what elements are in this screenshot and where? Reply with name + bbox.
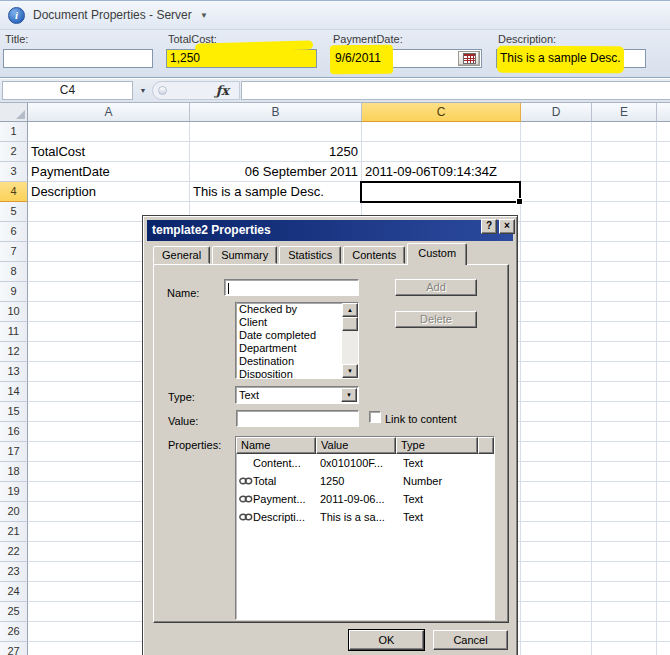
cell-E26[interactable] [592, 622, 657, 642]
row-header-11[interactable]: 11 [0, 322, 28, 342]
properties-table[interactable]: NameValueType Content...0x010100F...Text… [235, 436, 495, 620]
cell-D2[interactable] [521, 142, 592, 162]
row-header-13[interactable]: 13 [0, 362, 28, 382]
cell-F3[interactable] [657, 162, 670, 182]
scroll-down-icon[interactable]: ▼ [342, 364, 358, 378]
cell-E19[interactable] [592, 482, 657, 502]
cell-A3[interactable]: PaymentDate [28, 162, 190, 182]
cell-F26[interactable] [657, 622, 670, 642]
list-item[interactable]: Department [236, 342, 358, 355]
cell-E20[interactable] [592, 502, 657, 522]
row-header-17[interactable]: 17 [0, 442, 28, 462]
cell-E13[interactable] [592, 362, 657, 382]
cell-D15[interactable] [521, 402, 592, 422]
row-header-15[interactable]: 15 [0, 402, 28, 422]
column-header-D[interactable]: D [521, 103, 592, 122]
cell-D16[interactable] [521, 422, 592, 442]
cell-D21[interactable] [521, 522, 592, 542]
delete-button[interactable]: Delete [395, 311, 477, 328]
cell-E22[interactable] [592, 542, 657, 562]
cell-D27[interactable] [521, 642, 592, 655]
row-header-6[interactable]: 6 [0, 222, 28, 242]
name-box[interactable]: C4 [2, 81, 133, 100]
fx-icon[interactable]: ƒx [216, 82, 229, 99]
row-header-4[interactable]: 4 [0, 182, 28, 202]
tab-statistics[interactable]: Statistics [279, 246, 341, 264]
table-row[interactable]: Content...0x010100F...Text [236, 454, 494, 472]
cell-F5[interactable] [657, 202, 670, 222]
cell-F8[interactable] [657, 262, 670, 282]
row-header-21[interactable]: 21 [0, 522, 28, 542]
cell-B1[interactable] [190, 122, 362, 142]
date-picker-button[interactable] [458, 51, 480, 66]
cell-A1[interactable] [28, 122, 190, 142]
cell-A4[interactable]: Description [28, 182, 190, 202]
row-header-3[interactable]: 3 [0, 162, 28, 182]
property-name-input[interactable] [224, 279, 359, 296]
cell-D17[interactable] [521, 442, 592, 462]
row-header-9[interactable]: 9 [0, 282, 28, 302]
cell-D11[interactable] [521, 322, 592, 342]
table-header-name[interactable]: Name [236, 437, 316, 454]
table-row[interactable]: Payment...2011-09-06...Text [236, 490, 494, 508]
cell-F21[interactable] [657, 522, 670, 542]
cell-B2[interactable]: 1250 [190, 142, 362, 162]
title-input[interactable] [3, 49, 153, 68]
cell-F2[interactable] [657, 142, 670, 162]
cell-D19[interactable] [521, 482, 592, 502]
chevron-down-icon[interactable]: ▼ [200, 11, 208, 20]
cell-B4[interactable]: This is a sample Desc. [190, 182, 362, 202]
cell-E4[interactable] [592, 182, 657, 202]
tab-custom[interactable]: Custom [407, 243, 467, 265]
cell-F11[interactable] [657, 322, 670, 342]
cell-D9[interactable] [521, 282, 592, 302]
cell-F15[interactable] [657, 402, 670, 422]
cell-F20[interactable] [657, 502, 670, 522]
cell-F1[interactable] [657, 122, 670, 142]
list-item[interactable]: Date completed [236, 329, 358, 342]
selected-cell-C4[interactable] [360, 181, 521, 203]
row-header-12[interactable]: 12 [0, 342, 28, 362]
cell-E14[interactable] [592, 382, 657, 402]
value-input[interactable] [236, 410, 359, 427]
cell-D8[interactable] [521, 262, 592, 282]
cell-D23[interactable] [521, 562, 592, 582]
name-box-dropdown-icon[interactable]: ▼ [136, 81, 150, 100]
cell-D26[interactable] [521, 622, 592, 642]
cell-E17[interactable] [592, 442, 657, 462]
tab-general[interactable]: General [153, 246, 210, 264]
table-row[interactable]: Total1250Number [236, 472, 494, 490]
cell-F18[interactable] [657, 462, 670, 482]
cell-E25[interactable] [592, 602, 657, 622]
cell-E23[interactable] [592, 562, 657, 582]
cell-D12[interactable] [521, 342, 592, 362]
listbox-scrollbar[interactable]: ▲ ▼ [342, 303, 358, 378]
cell-D5[interactable] [521, 202, 592, 222]
cell-F23[interactable] [657, 562, 670, 582]
cell-E9[interactable] [592, 282, 657, 302]
tab-contents[interactable]: Contents [343, 246, 405, 264]
cell-E5[interactable] [592, 202, 657, 222]
cell-D10[interactable] [521, 302, 592, 322]
add-button[interactable]: Add [395, 279, 477, 296]
scroll-up-icon[interactable]: ▲ [342, 303, 358, 317]
cell-E11[interactable] [592, 322, 657, 342]
row-header-14[interactable]: 14 [0, 382, 28, 402]
cell-D14[interactable] [521, 382, 592, 402]
column-header-E[interactable]: E [592, 103, 657, 122]
formula-input[interactable] [241, 81, 670, 100]
row-header-18[interactable]: 18 [0, 462, 28, 482]
tab-summary[interactable]: Summary [212, 246, 277, 264]
totalcost-input[interactable]: 1,250 [166, 49, 317, 68]
cell-D20[interactable] [521, 502, 592, 522]
row-header-5[interactable]: 5 [0, 202, 28, 222]
row-header-10[interactable]: 10 [0, 302, 28, 322]
row-header-23[interactable]: 23 [0, 562, 28, 582]
combo-dropdown-icon[interactable]: ▼ [341, 388, 357, 402]
table-row[interactable]: Descripti...This is a sa...Text [236, 508, 494, 526]
scrollbar-thumb[interactable] [342, 317, 358, 331]
cell-F17[interactable] [657, 442, 670, 462]
cell-E12[interactable] [592, 342, 657, 362]
cell-F27[interactable] [657, 642, 670, 655]
paymentdate-input[interactable]: 9/6/2011 [331, 49, 482, 68]
